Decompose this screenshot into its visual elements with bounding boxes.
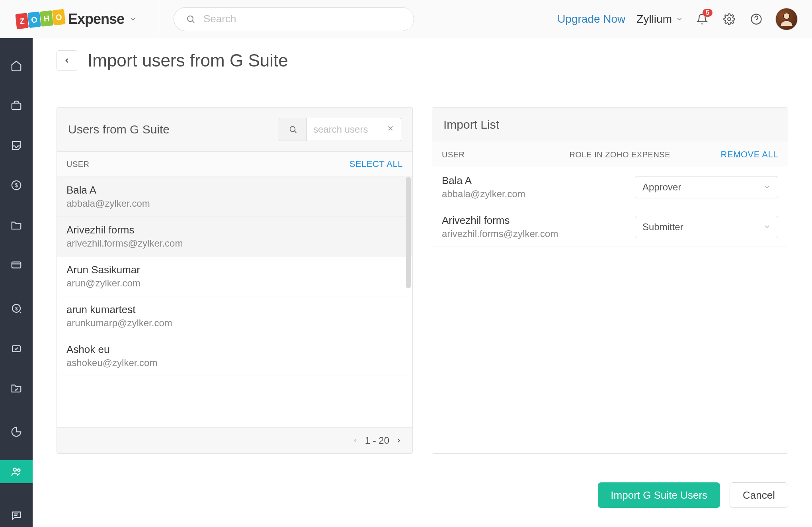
svg-rect-9 [12,262,21,268]
panel-title-right: Import List [443,118,499,131]
list-item[interactable]: Bala Aabbala@zylker.com [57,177,412,217]
nav-users[interactable] [0,460,33,483]
list-item[interactable]: Arivezhil formsarivezhil.forms@zylker.co… [57,217,412,257]
nav-briefcase[interactable] [0,94,33,117]
clear-search-icon[interactable] [386,124,394,135]
user-email: abbala@zylker.com [66,198,403,209]
chevron-down-icon[interactable] [129,15,137,23]
role-select[interactable]: Submitter [635,216,778,238]
panel-header-right: Import List [432,108,788,142]
global-search[interactable] [174,7,414,31]
user-name: Ashok eu [66,343,403,356]
panel-header-left: Users from G Suite [57,108,412,152]
nav-inbox[interactable] [0,134,33,157]
help-icon[interactable] [748,11,764,27]
svg-point-0 [187,16,193,22]
brand[interactable]: Z O H O Expense [0,0,159,38]
user-name: Bala A [442,174,635,187]
brand-name: Expense [68,11,124,27]
next-page-icon[interactable] [396,435,402,446]
list-item[interactable]: Arun Sasikumararun@zylker.com [57,257,412,296]
action-bar: Import G Suite Users Cancel [33,478,812,524]
logo-tile: O [27,12,41,28]
prev-page-icon[interactable] [352,435,359,446]
nav-reports[interactable] [0,420,33,443]
chevron-down-icon [676,16,683,23]
search-icon [186,14,195,24]
import-list-panel: Import List USER ROLE IN ZOHO EXPENSE RE… [432,107,788,454]
global-search-input[interactable] [203,13,402,25]
svg-text:$: $ [15,306,18,311]
topbar-right: Upgrade Now Zyllium 5 [159,0,812,38]
user-name: Arivezhil forms [442,214,635,227]
svg-point-18 [290,127,295,132]
user-search [279,118,401,141]
logo-tile: Z [15,13,29,29]
nav-folder[interactable] [0,214,33,237]
import-user-list: Bala Aabbala@zylker.com Approver Arivezh… [432,167,788,453]
role-select[interactable]: Approver [635,176,778,198]
notification-icon[interactable]: 5 [694,11,710,27]
search-button[interactable] [279,118,306,141]
topbar: Z O H O Expense Upgrade Now Zyllium 5 [0,0,812,38]
upgrade-link[interactable]: Upgrade Now [557,13,625,25]
nav-approve[interactable] [0,337,33,360]
right-columns: USER ROLE IN ZOHO EXPENSE REMOVE ALL [432,142,788,167]
user-email: ashokeu@zylker.com [66,357,403,368]
svg-line-19 [295,131,296,133]
user-name: arun kumartest [66,304,403,316]
sidebar: $ $ [0,38,33,527]
logo-tile: O [52,9,66,25]
org-name: Zyllium [636,13,672,25]
user-email: arivezhil.forms@zylker.com [66,238,403,249]
list-item: Arivezhil formsarivezhil.forms@zylker.co… [432,207,788,247]
page-range: 1 - 20 [365,435,389,446]
user-name: Arivezhil forms [66,224,403,236]
content: Users from G Suite [33,83,812,478]
col-role: ROLE IN ZOHO EXPENSE [570,150,721,159]
svg-rect-6 [12,103,21,110]
user-name: Bala A [66,184,403,196]
user-email: arun@zylker.com [66,278,403,289]
pagination: 1 - 20 [57,427,412,453]
role-value: Submitter [642,221,683,233]
cancel-button[interactable]: Cancel [730,482,788,508]
org-switcher[interactable]: Zyllium [636,13,683,25]
svg-line-1 [193,21,194,22]
left-columns: USER SELECT ALL [57,152,412,177]
select-all-link[interactable]: SELECT ALL [349,159,403,169]
user-name: Arun Sasikumar [66,264,403,276]
nav-refund[interactable]: $ [0,297,33,320]
list-item: Bala Aabbala@zylker.com Approver [432,167,788,207]
svg-point-5 [783,13,789,19]
notification-badge: 5 [703,9,712,17]
user-email: arivezhil.forms@zylker.com [442,228,635,239]
role-value: Approver [642,182,681,193]
gsuite-user-list[interactable]: Bala Aabbala@zylker.com Arivezhil formsa… [57,177,412,427]
back-button[interactable] [57,50,77,71]
svg-text:$: $ [15,182,18,188]
settings-icon[interactable] [721,11,737,27]
nav-chat[interactable] [0,504,33,527]
panel-title-left: Users from G Suite [68,123,170,136]
chevron-down-icon [763,182,771,193]
logo-tile: H [40,10,53,26]
svg-point-3 [751,14,761,24]
page-header: Import users from G Suite [33,38,812,83]
nav-card[interactable] [0,253,33,276]
nav-approval-folder[interactable] [0,376,33,400]
avatar[interactable] [775,8,798,30]
list-item[interactable]: Ashok euashokeu@zylker.com [57,336,412,376]
nav-home[interactable] [0,54,33,77]
remove-all-link[interactable]: REMOVE ALL [721,149,778,160]
svg-point-15 [18,469,20,471]
user-email: arunkumarp@zylker.com [66,317,403,329]
user-search-input[interactable] [313,124,381,135]
import-button[interactable]: Import G Suite Users [598,482,720,508]
user-email: abbala@zylker.com [442,188,635,200]
list-item[interactable]: arun kumartestarunkumarp@zylker.com [57,296,412,336]
scrollbar-thumb[interactable] [406,177,411,288]
gsuite-users-panel: Users from G Suite [57,107,413,454]
main: Import users from G Suite Users from G S… [33,38,812,527]
nav-expense[interactable]: $ [0,174,33,197]
